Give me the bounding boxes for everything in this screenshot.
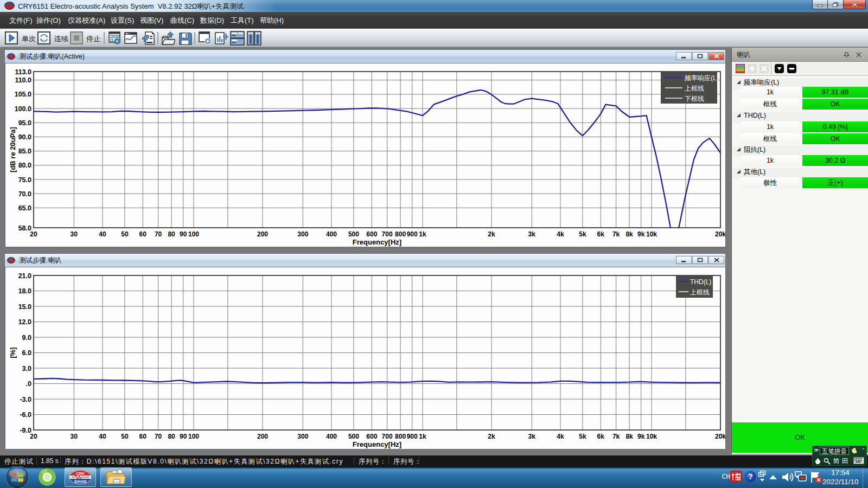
svg-text:50: 50 [121, 433, 129, 440]
svg-text:75.0: 75.0 [18, 176, 31, 184]
svg-text:20: 20 [30, 433, 37, 440]
svg-text:400: 400 [326, 230, 337, 238]
svg-text:300: 300 [297, 433, 308, 440]
svg-text:80: 80 [168, 433, 175, 440]
svg-text:30: 30 [71, 230, 78, 238]
svg-text:70.0: 70.0 [18, 190, 31, 198]
svg-text:200: 200 [257, 433, 268, 440]
svg-text:9k: 9k [637, 433, 645, 440]
svg-text:60: 60 [139, 230, 147, 238]
svg-text:2k: 2k [488, 230, 495, 238]
svg-text:700: 700 [382, 433, 393, 440]
svg-text:下框线: 下框线 [685, 95, 704, 102]
svg-text:30: 30 [71, 433, 78, 440]
svg-text:21.0: 21.0 [18, 272, 31, 280]
svg-text:12.0: 12.0 [18, 318, 31, 326]
svg-text:THD(L): THD(L) [690, 278, 711, 286]
svg-text:1k: 1k [419, 230, 426, 238]
svg-text:3k: 3k [528, 433, 536, 440]
svg-text:900: 900 [407, 230, 418, 238]
svg-text:90: 90 [180, 230, 187, 238]
svg-text:50: 50 [121, 230, 129, 238]
svg-text:40: 40 [99, 230, 106, 238]
svg-text:8k: 8k [626, 230, 633, 238]
svg-text:5k: 5k [579, 433, 586, 440]
svg-text:20k: 20k [715, 230, 725, 238]
svg-text:6.0: 6.0 [22, 349, 31, 357]
svg-text:3.0: 3.0 [22, 365, 31, 373]
svg-text:6k: 6k [597, 230, 605, 238]
svg-text:20: 20 [30, 230, 37, 238]
svg-text:65.0: 65.0 [18, 204, 31, 212]
svg-text:100: 100 [188, 433, 199, 440]
svg-text:[%]: [%] [9, 347, 17, 358]
svg-text:70: 70 [155, 230, 162, 238]
svg-text:900: 900 [407, 433, 418, 440]
svg-text:85.0: 85.0 [18, 147, 31, 155]
svg-text:80.0: 80.0 [18, 162, 31, 169]
svg-text:上框线: 上框线 [690, 288, 710, 296]
svg-text:-3.0: -3.0 [20, 396, 31, 403]
svg-text:.0: .0 [26, 380, 31, 388]
svg-text:1k: 1k [419, 433, 426, 440]
svg-text:7k: 7k [612, 433, 620, 440]
svg-text:5k: 5k [579, 230, 586, 238]
svg-text:70: 70 [155, 433, 162, 440]
svg-text:500: 500 [348, 230, 359, 238]
svg-text:18.0: 18.0 [18, 287, 31, 295]
svg-text:95.0: 95.0 [18, 119, 31, 127]
svg-text:10k: 10k [646, 230, 657, 238]
svg-text:700: 700 [382, 230, 393, 238]
svg-text:90: 90 [180, 433, 187, 440]
svg-text:Sound: Sound [74, 479, 86, 483]
svg-text:110.0: 110.0 [15, 76, 31, 84]
svg-text:100: 100 [188, 230, 199, 238]
svg-text:Frequency[Hz]: Frequency[Hz] [353, 238, 401, 246]
svg-text:7k: 7k [612, 230, 620, 238]
svg-text:4k: 4k [557, 230, 564, 238]
svg-text:20k: 20k [715, 433, 725, 440]
svg-text:8k: 8k [626, 433, 633, 440]
svg-text:4k: 4k [557, 433, 564, 440]
svg-text:CRY: CRY [76, 471, 85, 476]
svg-text:100.0: 100.0 [15, 105, 31, 113]
svg-text:600: 600 [366, 230, 377, 238]
svg-text:60: 60 [139, 433, 147, 440]
svg-text:[dB re 20uPa]: [dB re 20uPa] [9, 127, 17, 172]
svg-text:40: 40 [99, 433, 106, 440]
svg-text:15.0: 15.0 [18, 303, 31, 311]
svg-text:200: 200 [257, 230, 268, 238]
svg-text:105.0: 105.0 [15, 91, 31, 98]
svg-text:80: 80 [168, 230, 175, 238]
svg-text:10k: 10k [646, 433, 657, 440]
svg-text:-6.0: -6.0 [20, 411, 31, 419]
svg-text:500: 500 [348, 433, 359, 440]
svg-text:频率响应(L): 频率响应(L) [684, 74, 719, 82]
svg-text:Frequency[Hz]: Frequency[Hz] [353, 440, 401, 448]
svg-text:6k: 6k [597, 433, 605, 440]
svg-text:600: 600 [366, 433, 377, 440]
svg-text:400: 400 [326, 433, 337, 440]
svg-text:800: 800 [395, 230, 406, 238]
svg-text:3k: 3k [528, 230, 536, 238]
svg-text:9k: 9k [637, 230, 645, 238]
svg-text:2k: 2k [488, 433, 495, 440]
svg-text:上框线: 上框线 [685, 85, 704, 92]
svg-text:113.0: 113.0 [15, 68, 31, 76]
svg-text:800: 800 [395, 433, 406, 440]
svg-text:9.0: 9.0 [22, 334, 31, 342]
svg-text:90.0: 90.0 [18, 133, 31, 141]
svg-text:300: 300 [297, 230, 308, 238]
